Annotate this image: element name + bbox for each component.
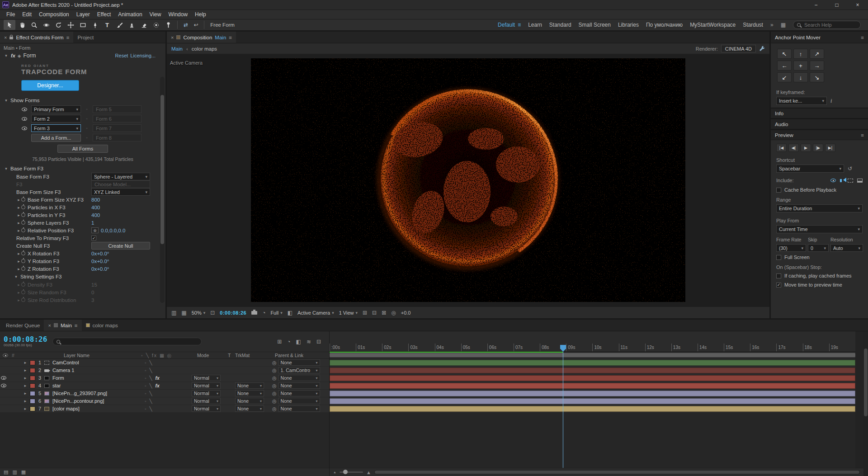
frame-blending-icon[interactable]: ≋ bbox=[307, 339, 311, 345]
expand-layer-switches-icon[interactable]: ▤ bbox=[4, 469, 8, 475]
first-frame-button[interactable]: |◀ bbox=[776, 144, 787, 152]
size-mode-dropdown[interactable]: XYZ Linked bbox=[91, 188, 150, 196]
workspace-standard[interactable]: Standard bbox=[549, 22, 571, 28]
column-mode[interactable]: Mode bbox=[192, 353, 228, 358]
twirl-icon[interactable]: ▸ bbox=[22, 376, 29, 380]
work-area-segment[interactable] bbox=[330, 353, 855, 357]
pickwhip-icon[interactable]: ◎ bbox=[272, 391, 277, 396]
show-forms-header[interactable]: ▾ Show Forms bbox=[0, 96, 165, 104]
layer-name[interactable]: CamControl bbox=[52, 360, 141, 365]
menu-animation[interactable]: Animation bbox=[114, 10, 146, 19]
audio-panel-header[interactable]: Audio bbox=[771, 118, 868, 129]
trkmat-dropdown[interactable]: None bbox=[235, 405, 264, 412]
workspace-grid-icon[interactable]: ▦ bbox=[781, 22, 786, 28]
close-icon[interactable]: × bbox=[48, 323, 51, 328]
info-panel-header[interactable]: Info bbox=[771, 108, 868, 118]
menu-edit[interactable]: Edit bbox=[19, 10, 35, 19]
menu-file[interactable]: File bbox=[3, 10, 19, 19]
workspace-learn[interactable]: Learn bbox=[528, 22, 542, 28]
minimize-button[interactable]: − bbox=[806, 0, 826, 9]
selection-tool-icon[interactable] bbox=[4, 20, 15, 30]
play-from-dropdown[interactable]: Current Time bbox=[776, 225, 863, 233]
lock-icon[interactable] bbox=[9, 37, 13, 39]
property-value[interactable]: 0x+0.0° bbox=[91, 259, 109, 264]
trkmat-dropdown[interactable]: None bbox=[235, 390, 264, 396]
current-timecode[interactable]: 0:00:08:26 bbox=[4, 336, 47, 344]
free-form-label[interactable]: Free Form bbox=[208, 22, 237, 28]
pixel-aspect-icon[interactable]: ⊞ bbox=[363, 310, 367, 316]
table-row[interactable]: ▸ 7 [color maps] ◦╲ Normal None ◎None bbox=[0, 405, 329, 413]
trkmat-dropdown[interactable]: None bbox=[235, 398, 264, 404]
tab-project[interactable]: Project bbox=[73, 32, 98, 43]
scrollbar-thumb[interactable] bbox=[160, 95, 164, 244]
twirl-closed-icon[interactable]: ▸ bbox=[16, 251, 21, 256]
tab-render-queue[interactable]: Render Queue bbox=[2, 320, 44, 331]
table-row[interactable]: ▸ 4 star ◦╲fx Normal None ◎None bbox=[0, 382, 329, 390]
twirl-closed-icon[interactable]: ▸ bbox=[16, 267, 21, 271]
layer-bar[interactable] bbox=[330, 383, 855, 389]
twirl-icon[interactable]: ▸ bbox=[22, 383, 29, 388]
position-icon[interactable]: ⊕ bbox=[91, 227, 99, 233]
parent-dropdown[interactable]: None bbox=[278, 375, 320, 381]
work-area-bar[interactable] bbox=[330, 353, 863, 358]
zoom-slider-thumb[interactable] bbox=[343, 470, 348, 474]
pen-tool-icon[interactable] bbox=[89, 20, 101, 30]
twirl-icon[interactable]: ▸ bbox=[22, 399, 29, 403]
table-row[interactable]: ▸ 3 Form ◦╲fx Normal ◎None bbox=[0, 374, 329, 382]
workspace-po-umolchaniyu[interactable]: По умолчанию bbox=[646, 22, 683, 28]
blend-mode-dropdown[interactable]: Normal bbox=[192, 382, 221, 389]
puppet-pin-tool-icon[interactable] bbox=[162, 20, 174, 30]
twirl-closed-icon[interactable]: ▸ bbox=[16, 198, 21, 202]
layer-bar[interactable] bbox=[330, 398, 855, 404]
tab-effect-controls[interactable]: × Effect Controls Form ≡ bbox=[0, 32, 73, 43]
twirl-open-icon[interactable]: ▾ bbox=[4, 166, 9, 171]
type-tool-icon[interactable]: T bbox=[101, 20, 113, 30]
layer-name[interactable]: star bbox=[52, 383, 141, 388]
table-row[interactable]: ▸ 1 CamControl ◦╲ ◎None bbox=[0, 359, 329, 367]
expand-in-out-icon[interactable]: ▦ bbox=[21, 469, 26, 475]
tab-composition-main[interactable]: × Composition Main ≡ bbox=[167, 32, 236, 43]
viewport-timecode[interactable]: 0:00:08:26 bbox=[220, 310, 246, 316]
roto-brush-tool-icon[interactable] bbox=[150, 20, 162, 30]
eye-icon[interactable] bbox=[0, 384, 7, 387]
layer-bar[interactable] bbox=[330, 406, 855, 412]
workspace-stardust[interactable]: Stardust bbox=[743, 22, 763, 28]
pickwhip-icon[interactable]: ◎ bbox=[272, 406, 277, 412]
anchor-arrow-left[interactable]: ← bbox=[777, 61, 792, 71]
stopwatch-icon[interactable] bbox=[21, 213, 25, 217]
table-row[interactable]: ▸ 5 [NicePn...g_293907.png] ◦╲ Normal No… bbox=[0, 390, 329, 397]
cache-before-playback-checkbox[interactable] bbox=[776, 188, 781, 193]
info-icon[interactable]: i bbox=[830, 98, 832, 104]
scrollbar-thumb[interactable] bbox=[864, 349, 868, 416]
reset-icon[interactable]: ↺ bbox=[848, 165, 852, 172]
pickwhip-icon[interactable]: ◎ bbox=[272, 360, 277, 366]
orbit-camera-tool-icon[interactable] bbox=[40, 20, 52, 30]
reset-link[interactable]: Reset bbox=[115, 53, 128, 58]
add-form-button[interactable]: Add a Form... bbox=[31, 134, 81, 142]
timeline-button-icon[interactable]: ⊟ bbox=[372, 310, 377, 316]
move-time-checkbox[interactable] bbox=[776, 283, 781, 287]
menu-layer[interactable]: Layer bbox=[73, 10, 94, 19]
twirl-closed-icon[interactable]: ▸ bbox=[16, 259, 21, 264]
property-value[interactable]: 1 bbox=[91, 220, 94, 226]
close-button[interactable]: × bbox=[847, 0, 868, 9]
tab-timeline-color-maps[interactable]: color maps bbox=[82, 320, 122, 331]
column-trkmat[interactable]: TrkMat bbox=[235, 353, 270, 358]
parent-dropdown[interactable]: None bbox=[278, 359, 320, 366]
view-layout-dropdown[interactable]: 1 View bbox=[339, 310, 358, 316]
composition-canvas[interactable] bbox=[251, 58, 685, 302]
range-dropdown[interactable]: Entire Duration bbox=[776, 204, 863, 212]
column-layer-name[interactable]: Layer Name bbox=[52, 353, 141, 358]
anchor-arrow-down-right[interactable]: ↘ bbox=[810, 72, 824, 82]
renderer-value[interactable]: CINEMA 4D bbox=[721, 45, 756, 52]
parent-dropdown[interactable]: None bbox=[278, 382, 320, 389]
label-color[interactable] bbox=[30, 383, 35, 388]
twirl-open-icon[interactable]: ▾ bbox=[4, 98, 9, 103]
zoom-tool-icon[interactable] bbox=[28, 20, 40, 30]
frame-rate-dropdown[interactable]: (30) bbox=[776, 244, 806, 252]
composition-mini-flowchart-icon[interactable]: ⊞ bbox=[277, 339, 282, 345]
create-null-button[interactable]: Create Null bbox=[91, 242, 150, 250]
breadcrumb-main[interactable]: Main bbox=[171, 46, 183, 52]
pickwhip-icon[interactable]: ◎ bbox=[272, 398, 277, 404]
parent-dropdown[interactable]: None bbox=[278, 405, 320, 412]
